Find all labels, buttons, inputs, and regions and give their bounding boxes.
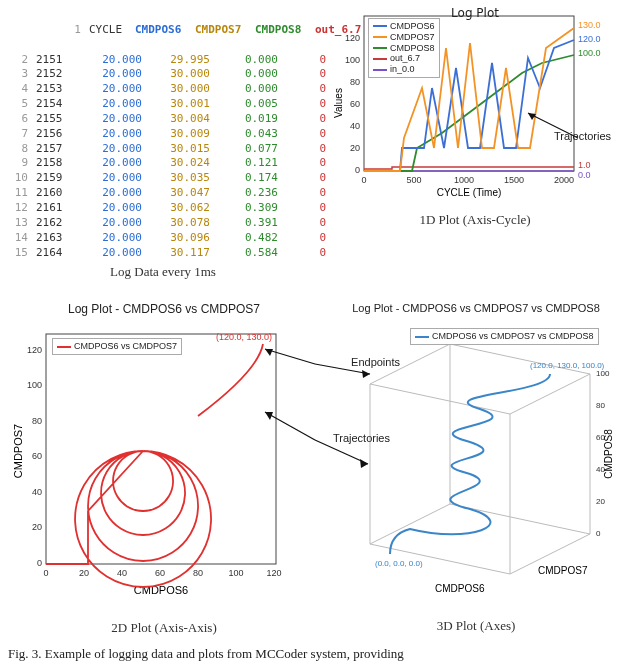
plot-2d-ylabel: CMDPOS7: [12, 424, 24, 478]
svg-text:20: 20: [350, 143, 360, 153]
caption-3d: 3D Plot (Axes): [320, 618, 632, 634]
plot-1d-xlabel: CYCLE (Time): [437, 187, 502, 198]
plot-1d-title: Log Plot: [318, 6, 632, 20]
table-row: 15216420.00030.1170.5840: [8, 246, 318, 261]
table-row: 9215820.00030.0240.1210: [8, 156, 318, 171]
log-table-panel: 1CYCLECMDPOS6CMDPOS7CMDPOS8out_6.7 22151…: [8, 8, 318, 280]
plot-3d-endlabel-top: (120.0, 130.0, 100.0): [530, 361, 605, 370]
svg-text:80: 80: [32, 416, 42, 426]
table-row: 2215120.00029.9950.0000: [8, 53, 318, 68]
svg-text:60: 60: [155, 568, 165, 578]
table-row: 3215220.00030.0000.0000: [8, 67, 318, 82]
svg-text:1500: 1500: [504, 175, 524, 185]
svg-line-43: [315, 364, 370, 374]
svg-text:100: 100: [345, 55, 360, 65]
table-row: 8215720.00030.0150.0770: [8, 142, 318, 157]
svg-text:120.0: 120.0: [578, 34, 601, 44]
svg-text:500: 500: [406, 175, 421, 185]
svg-text:80: 80: [596, 401, 605, 410]
svg-text:20: 20: [32, 522, 42, 532]
svg-text:2000: 2000: [554, 175, 574, 185]
plot-3d-zlabel: CMDPOS8: [603, 429, 614, 479]
plot-1d-ylabel: Values: [333, 88, 344, 118]
plot-3d-title: Log Plot - CMDPOS6 vs CMDPOS7 vs CMDPOS8: [320, 302, 632, 314]
svg-text:0: 0: [355, 165, 360, 175]
table-row: 11216020.00030.0470.2360: [8, 186, 318, 201]
plot-2d-endlabel: (120.0, 130.0): [216, 332, 272, 342]
table-row: 4215320.00030.0000.0000: [8, 82, 318, 97]
svg-line-45: [265, 412, 315, 440]
svg-text:0.0: 0.0: [578, 170, 591, 180]
endpoint-arrows: [260, 344, 380, 504]
table-row: 10215920.00030.0350.1740: [8, 171, 318, 186]
svg-text:120: 120: [27, 345, 42, 355]
plot-3d-ylabel: CMDPOS7: [538, 565, 588, 576]
plot-3d-endlabel-bot: (0.0, 0.0, 0.0): [375, 559, 423, 568]
svg-text:1.0: 1.0: [578, 160, 591, 170]
table-row: 5215420.00030.0010.0050: [8, 97, 318, 112]
table-row: 14216320.00030.0960.4820: [8, 231, 318, 246]
annot-trajectories-1d: Trajectories: [554, 130, 611, 142]
svg-line-41: [265, 349, 315, 364]
plot-2d-legend: CMDPOS6 vs CMDPOS7: [52, 338, 182, 355]
svg-text:40: 40: [117, 568, 127, 578]
svg-text:40: 40: [350, 121, 360, 131]
svg-text:40: 40: [32, 487, 42, 497]
svg-text:0: 0: [361, 175, 366, 185]
table-row: 12216120.00030.0620.3090: [8, 201, 318, 216]
caption-1d: 1D Plot (Axis-Cycle): [318, 212, 632, 228]
svg-text:100.0: 100.0: [578, 48, 601, 58]
svg-text:100: 100: [27, 380, 42, 390]
svg-text:20: 20: [596, 497, 605, 506]
svg-text:100: 100: [596, 369, 610, 378]
svg-text:130.0: 130.0: [578, 20, 601, 30]
plot-2d-title: Log Plot - CMDPOS6 vs CMDPOS7: [8, 302, 320, 316]
svg-text:80: 80: [350, 77, 360, 87]
plot-1d-legend: CMDPOS6 CMDPOS7 CMDPOS8 out_6.7 in_0.0: [368, 18, 440, 78]
svg-text:0: 0: [37, 558, 42, 568]
plot-3d-legend: CMDPOS6 vs CMDPOS7 vs CMDPOS8: [410, 328, 599, 345]
table-row: 6215520.00030.0040.0190: [8, 112, 318, 127]
trajectories-arrow-1d: [518, 108, 598, 148]
table-row: 7215620.00030.0090.0430: [8, 127, 318, 142]
svg-line-47: [315, 440, 368, 464]
plot-3d-xlabel: CMDPOS6: [435, 583, 485, 594]
caption-log-table: Log Data every 1ms: [8, 264, 318, 280]
log-table: 1CYCLECMDPOS6CMDPOS7CMDPOS8out_6.7 22151…: [8, 8, 318, 260]
figure-caption: Fig. 3. Example of logging data and plot…: [8, 646, 632, 662]
svg-marker-48: [360, 459, 368, 468]
caption-2d: 2D Plot (Axis-Axis): [8, 620, 320, 636]
svg-text:120: 120: [345, 33, 360, 43]
plot-2d-xlabel: CMDPOS6: [134, 584, 188, 596]
svg-text:0: 0: [43, 568, 48, 578]
svg-text:120: 120: [266, 568, 281, 578]
svg-text:1000: 1000: [454, 175, 474, 185]
svg-text:80: 80: [193, 568, 203, 578]
svg-rect-20: [46, 334, 276, 564]
svg-text:60: 60: [32, 451, 42, 461]
svg-marker-42: [265, 349, 273, 356]
table-header: 1CYCLECMDPOS6CMDPOS7CMDPOS8out_6.7: [8, 8, 318, 53]
svg-text:0: 0: [596, 529, 601, 538]
svg-marker-44: [362, 370, 370, 378]
table-row: 13216220.00030.0780.3910: [8, 216, 318, 231]
svg-text:20: 20: [79, 568, 89, 578]
plot-1d-panel: Log Plot 0 20 40 60 80 100 120 0 500 10: [318, 8, 632, 280]
trajectory-3d: [390, 374, 550, 554]
svg-text:100: 100: [228, 568, 243, 578]
plot-3d-panel: Log Plot - CMDPOS6 vs CMDPOS7 vs CMDPOS8…: [320, 302, 632, 636]
svg-text:60: 60: [350, 99, 360, 109]
